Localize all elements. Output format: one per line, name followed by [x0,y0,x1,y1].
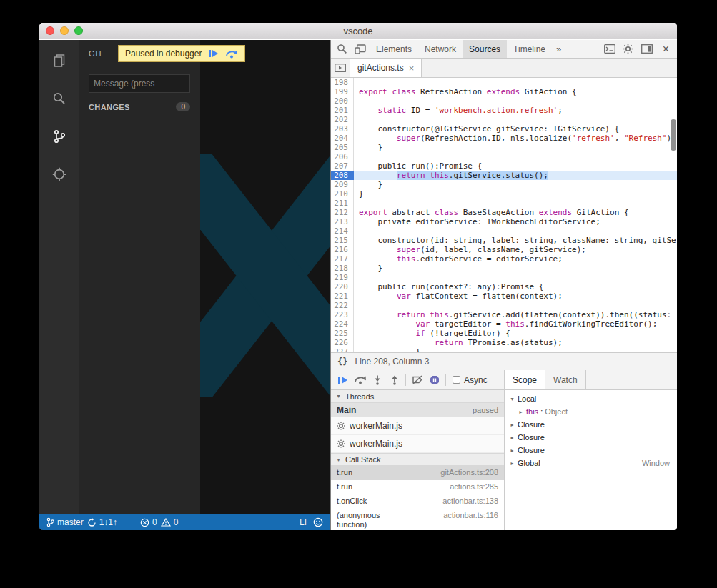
line-number[interactable]: 225 [331,329,354,338]
changes-section-header[interactable]: CHANGES 0 [89,102,190,111]
line-number[interactable]: 198 [331,78,354,87]
pretty-print-icon[interactable]: {} [337,357,347,367]
zoom-window-button[interactable] [74,26,83,35]
code-line[interactable]: 212export abstract class BaseStageAction… [331,208,677,217]
thread-row[interactable]: Mainpaused [331,403,504,417]
step-out-icon[interactable] [386,372,402,388]
code-line[interactable]: 202 [331,115,677,124]
call-stack-section-header[interactable]: ▾ Call Stack [331,453,504,466]
triangle-down-icon[interactable]: ▾ [509,396,515,402]
settings-gear-icon[interactable] [619,40,638,59]
console-drawer-icon[interactable] [600,40,619,59]
tab-timeline[interactable]: Timeline [507,40,552,58]
code-line[interactable]: 222 [331,301,677,310]
code-line[interactable]: 221 var flatContext = flatten(context); [331,291,677,301]
call-stack-frame[interactable]: (anonymous function)actionbar.ts:116 [331,509,504,530]
line-number[interactable]: 212 [331,208,354,217]
commit-message-input[interactable]: Message (press [89,74,190,93]
line-number[interactable]: 202 [331,115,354,124]
resume-icon[interactable] [335,372,351,388]
scope-item[interactable]: ▸Closure [505,431,677,444]
code-line[interactable]: 224 var targetEditor = this.findGitWorki… [331,319,677,329]
device-toolbar-icon[interactable] [351,40,370,59]
tab-sources[interactable]: Sources [463,40,507,58]
git-icon[interactable] [50,127,69,146]
search-icon[interactable] [332,40,351,59]
thread-row[interactable]: workerMain.js [331,435,504,453]
code-line[interactable]: 226 return TPromise.as(status); [331,338,677,347]
triangle-right-icon[interactable]: ▸ [518,409,524,415]
line-number[interactable]: 199 [331,87,354,96]
line-number[interactable]: 213 [331,217,354,226]
triangle-right-icon[interactable]: ▸ [509,422,515,428]
eol-indicator[interactable]: LF [300,517,310,527]
code-line[interactable]: 200 [331,96,677,106]
async-checkbox[interactable] [453,376,460,384]
line-number[interactable]: 218 [331,264,354,273]
code-line[interactable]: 205 } [331,143,677,152]
code-line[interactable]: 206 [331,152,677,161]
pause-on-exceptions-icon[interactable] [426,372,442,388]
search-icon[interactable] [50,89,69,108]
code-scrollbar-thumb[interactable] [671,119,676,151]
scope-item[interactable]: ▸GlobalWindow [505,457,677,469]
call-stack-frame[interactable]: t.runactions.ts:285 [331,480,504,494]
line-number[interactable]: 224 [331,319,354,329]
line-number[interactable]: 206 [331,152,354,161]
tab-elements[interactable]: Elements [370,40,418,58]
scope-item[interactable]: ▸Closure [505,444,677,457]
close-tab-icon[interactable]: × [409,63,415,74]
close-window-button[interactable] [46,26,54,35]
warning-indicator[interactable]: 0 [161,517,179,527]
line-number[interactable]: 219 [331,273,354,282]
titlebar[interactable]: vscode [39,23,677,39]
code-line[interactable]: 215 constructor(id: string, label: strin… [331,236,677,245]
deactivate-breakpoints-icon[interactable] [409,372,425,388]
code-line[interactable]: 198 [331,78,677,87]
code-line[interactable]: 213 private editorService: IWorkbenchEdi… [331,217,677,226]
line-number[interactable]: 204 [331,134,354,143]
triangle-right-icon[interactable]: ▸ [509,460,515,467]
line-number[interactable]: 203 [331,124,354,134]
line-number[interactable]: 200 [331,96,354,106]
line-number[interactable]: 220 [331,282,354,291]
step-over-icon[interactable] [352,372,368,388]
code-line[interactable]: 201 static ID = 'workbench.action.refres… [331,106,677,115]
line-number[interactable]: 209 [331,180,354,189]
more-tabs-button[interactable]: » [552,44,565,54]
line-number[interactable]: 201 [331,106,354,115]
line-number[interactable]: 208 [331,171,354,180]
line-number[interactable]: 221 [331,291,354,301]
tab-scope[interactable]: Scope [505,370,545,389]
code-line[interactable]: 211 [331,199,677,208]
call-stack-frame[interactable]: t.onClickactionbar.ts:138 [331,494,504,509]
error-indicator[interactable]: 0 [140,517,157,527]
feedback-smiley-icon[interactable] [313,517,323,527]
step-into-icon[interactable] [369,372,385,388]
tab-network[interactable]: Network [418,40,463,58]
line-number[interactable]: 227 [331,347,354,352]
line-number[interactable]: 210 [331,189,354,199]
scope-item[interactable]: ▾Local [505,392,677,405]
code-line[interactable]: 210} [331,189,677,199]
line-number[interactable]: 207 [331,161,354,171]
triangle-right-icon[interactable]: ▸ [509,447,515,454]
minimize-window-button[interactable] [60,26,69,35]
line-number[interactable]: 216 [331,245,354,254]
code-line[interactable]: 216 super(id, label, className, gitServi… [331,245,677,254]
debug-icon[interactable] [50,165,69,184]
code-line[interactable]: 220 public run(context?: any):Promise { [331,282,677,291]
triangle-right-icon[interactable]: ▸ [509,434,515,441]
file-tab[interactable]: gitActions.ts × [350,59,422,77]
line-number[interactable]: 223 [331,310,354,319]
line-number[interactable]: 226 [331,338,354,347]
code-line[interactable]: 227 } [331,347,677,352]
code-line[interactable]: 209 } [331,180,677,189]
code-line[interactable]: 223 return this.gitService.add(flatten(c… [331,310,677,319]
tab-watch[interactable]: Watch [545,370,586,389]
code-line[interactable]: 225 if (!targetEditor) { [331,329,677,338]
files-icon[interactable] [50,51,69,70]
scope-item[interactable]: ▸this: Object [505,405,677,418]
code-line[interactable]: 218 } [331,264,677,273]
code-line[interactable]: 207 public run():Promise { [331,161,677,171]
